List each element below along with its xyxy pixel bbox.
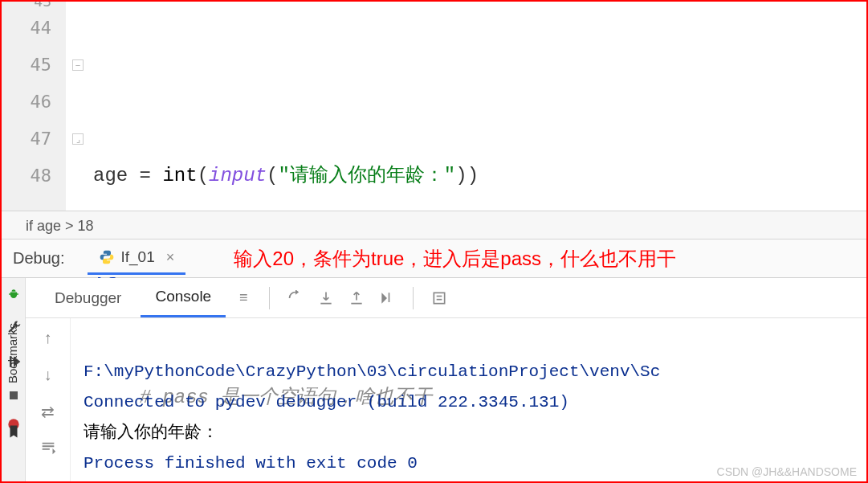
fold-end-icon[interactable]: ⌟ (72, 133, 84, 145)
svg-rect-0 (10, 391, 18, 399)
evaluate-icon[interactable] (426, 285, 452, 311)
wrap-icon[interactable]: ⇄ (37, 400, 59, 423)
python-icon (99, 249, 115, 265)
tab-debugger[interactable]: Debugger (40, 280, 136, 317)
bookmark-icon[interactable] (6, 424, 21, 439)
step-over-icon[interactable] (283, 285, 308, 311)
scroll-end-icon[interactable] (37, 437, 59, 460)
step-out-icon[interactable] (344, 285, 369, 311)
code-editor[interactable]: 43 44 45 46 47 48 − ⌟ age = int(input("请… (2, 2, 866, 211)
console-line: 请输入你的年龄： (84, 424, 218, 442)
annotation-text: 输入20，条件为true，进入后是pass，什么也不用干 (234, 246, 676, 272)
fold-margin: − ⌟ (66, 2, 93, 211)
down-arrow-icon[interactable]: ↓ (37, 363, 59, 386)
code-line: age = int(input("请输入你的年龄：")) (93, 158, 866, 194)
line-number: 46 (2, 84, 51, 121)
bug-icon[interactable] (6, 286, 22, 302)
step-into-icon[interactable] (313, 285, 339, 311)
up-arrow-icon[interactable]: ↑ (37, 326, 59, 349)
line-number: 48 (2, 158, 51, 194)
debug-tabs-toolbar: Debugger Console ≡ (26, 278, 866, 318)
threads-icon[interactable]: ≡ (230, 285, 256, 311)
tab-console[interactable]: Console (141, 278, 226, 317)
line-number: 45 (2, 47, 51, 84)
fold-start-icon[interactable]: − (72, 59, 84, 71)
svg-rect-2 (434, 293, 445, 303)
line-number: 43 (2, 2, 51, 10)
debug-run-tab[interactable]: If_01 × (88, 242, 186, 275)
console-line: Connected to pydev debugger (build 222.3… (84, 393, 569, 411)
watermark: CSDN @JH&&HANDSOME (717, 465, 857, 478)
close-icon[interactable]: × (166, 249, 175, 266)
run-to-cursor-icon[interactable] (374, 285, 400, 311)
console-output[interactable]: F:\myPythonCode\CrazyPython\03\circulati… (71, 318, 866, 483)
console-toolbar: ↑ ↓ ⇄ (26, 318, 71, 483)
code-content[interactable]: age = int(input("请输入你的年龄：")) if age > 18… (93, 2, 866, 211)
tab-label: If_01 (121, 248, 155, 266)
console-line: Process finished with exit code 0 (84, 454, 418, 473)
line-number: 44 (2, 10, 51, 47)
line-number: 47 (2, 121, 51, 158)
debug-title: Debug: (13, 249, 65, 268)
console-line: F:\myPythonCode\CrazyPython\03\circulati… (84, 362, 660, 381)
bookmarks-tab[interactable]: Bookmarks (6, 323, 19, 383)
line-number-gutter: 43 44 45 46 47 48 (2, 2, 66, 211)
stop-icon[interactable] (6, 387, 22, 403)
